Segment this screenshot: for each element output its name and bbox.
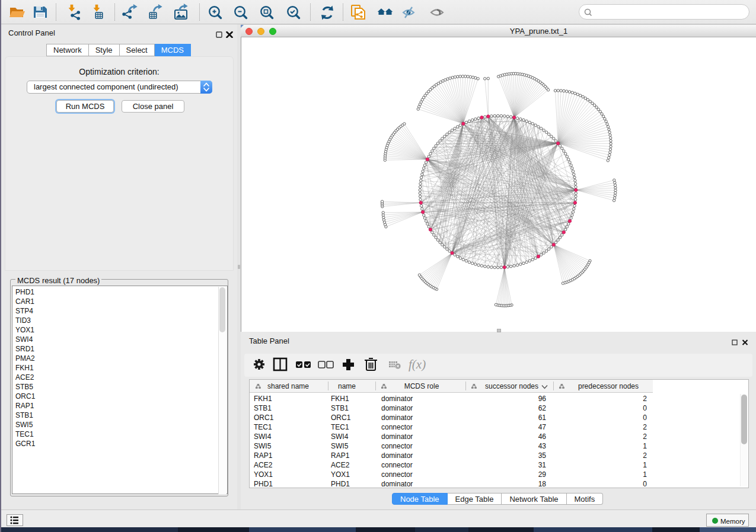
svg-text:successor nodes: successor nodes <box>485 382 538 390</box>
svg-text:f(x): f(x) <box>409 357 426 371</box>
svg-text:shared name: shared name <box>267 382 309 390</box>
svg-text:predecessor nodes: predecessor nodes <box>578 382 639 390</box>
svg-text:name: name <box>338 382 356 390</box>
svg-text:MCDS role: MCDS role <box>404 382 439 390</box>
